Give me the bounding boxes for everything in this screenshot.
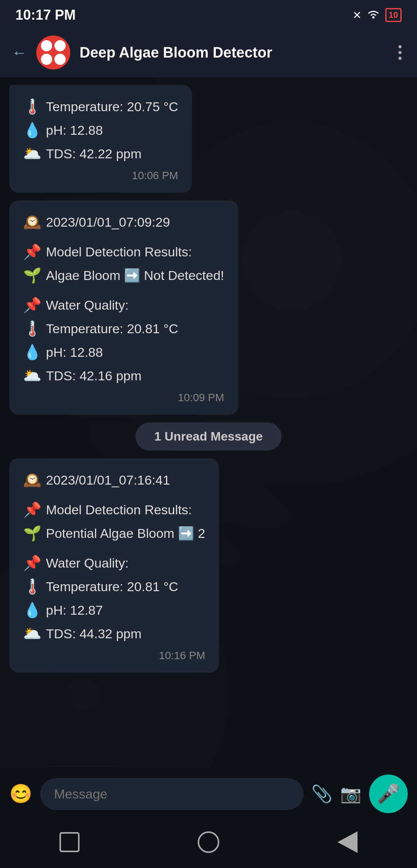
msg2-line-detection: 🌱 Algae Bloom ➡️ Not Detected! [23,264,224,287]
msg3-line-results-label: 📌 Model Detection Results: [23,499,205,521]
nav-square-icon [59,832,80,852]
msg3-tds: TDS: 44.32 ppm [46,624,142,644]
msg2-datetime: 2023/01/01_07:09:29 [46,212,170,232]
msg3-line-ph: 💧 pH: 12.87 [23,599,205,621]
status-bar: 10:17 PM ✕ 10 [0,0,417,28]
msg3-ph: pH: 12.87 [46,600,103,620]
msg2-temp: Temperature: 20.81 °C [46,319,178,339]
msg2-detection: Algae Bloom ➡️ Not Detected! [46,266,224,285]
more-options-button[interactable] [395,41,405,64]
msg2-line-temp: 🌡️ Temperature: 20.81 °C [23,318,224,340]
msg1-line1: 🌡️ Temperature: 20.75 °C [23,96,178,118]
status-icons: ✕ 10 [353,8,402,22]
msg2-line-ph: 💧 pH: 12.88 [23,341,224,363]
cloud-icon-1: 🌥️ [23,143,41,165]
screen: 10:17 PM ✕ 10 ← [0,0,417,868]
input-bar: 😊 📎 📷 🎤 [0,767,417,821]
camera-button[interactable]: 📷 [340,784,361,804]
close-icon: ✕ [353,9,361,22]
msg1-timestamp: 10:06 PM [23,170,178,182]
msg1-ph: pH: 12.88 [46,120,103,140]
more-dot-3 [398,57,402,60]
cloud-icon-3: 🌥️ [23,623,41,645]
attach-button[interactable]: 📎 [311,784,332,804]
nav-back-button[interactable] [334,829,361,856]
spacer-3 [23,493,205,499]
spacer-1 [23,235,224,241]
msg2-line-tds: 🌥️ TDS: 42.16 ppm [23,365,224,387]
msg3-datetime: 2023/01/01_07:16:41 [46,470,170,490]
msg3-line-tds: 🌥️ TDS: 44.32 ppm [23,623,205,645]
msg3-quality-label: Water Quality: [46,553,129,573]
message-bubble-1: 🌡️ Temperature: 20.75 °C 💧 pH: 12.88 🌥️ … [9,85,192,193]
mic-button[interactable]: 🎤 [369,775,408,813]
drop-icon-1: 💧 [23,119,41,141]
emoji-button[interactable]: 😊 [9,783,32,805]
msg2-line-datetime: 🕰️ 2023/01/01_07:09:29 [23,211,224,233]
msg3-line-detection: 🌱 Potential Algae Bloom ➡️ 2 [23,522,205,544]
svg-point-0 [372,16,375,19]
msg3-detection: Potential Algae Bloom ➡️ 2 [46,524,205,543]
message-input[interactable] [40,778,303,810]
unread-badge: 1 Unread Message [136,422,281,451]
msg3-temp: Temperature: 20.81 °C [46,577,178,597]
msg2-tds: TDS: 42.16 ppm [46,366,142,386]
spacer-4 [23,546,205,552]
chat-area: 🌡️ Temperature: 20.75 °C 💧 pH: 12.88 🌥️ … [0,77,417,767]
nav-home-button[interactable] [195,829,222,856]
cloud-icon-2: 🌥️ [23,365,41,387]
clock-icon-2: 🕰️ [23,469,41,491]
seedling-icon-2: 🌱 [23,522,41,544]
avatar-dot-3 [41,54,52,65]
drop-icon-3: 💧 [23,599,41,621]
avatar-dot-1 [41,40,52,51]
pin-icon-2: 📌 [23,294,41,316]
status-time: 10:17 PM [15,7,76,23]
app-title: Deep Algae Bloom Detector [80,44,385,61]
msg3-line-temp: 🌡️ Temperature: 20.81 °C [23,576,205,598]
battery-icon: 10 [385,8,402,22]
spacer-2 [23,288,224,294]
wifi-icon [367,9,380,22]
pin-icon-3: 📌 [23,499,41,521]
nav-bar [0,821,417,868]
drop-icon-2: 💧 [23,341,41,363]
msg2-timestamp: 10:09 PM [23,392,224,404]
message-bubble-2: 🕰️ 2023/01/01_07:09:29 📌 Model Detection… [9,200,238,415]
msg2-quality-label: Water Quality: [46,295,129,315]
clock-icon-1: 🕰️ [23,211,41,233]
app-header: ← Deep Algae Bloom Detector [0,28,417,77]
pin-icon-4: 📌 [23,552,41,574]
thermometer-icon-2: 🌡️ [23,318,41,340]
pin-icon-1: 📌 [23,241,41,263]
msg3-timestamp: 10:16 PM [23,649,205,662]
nav-square-button[interactable] [56,829,83,856]
msg3-results-label: Model Detection Results: [46,500,192,520]
msg2-line-results-label: 📌 Model Detection Results: [23,241,224,263]
back-button[interactable]: ← [12,44,27,61]
mic-icon: 🎤 [377,783,400,805]
msg2-line-quality-label: 📌 Water Quality: [23,294,224,316]
msg3-line-quality-label: 📌 Water Quality: [23,552,205,574]
seedling-icon-1: 🌱 [23,264,41,287]
thermometer-icon-1: 🌡️ [23,96,41,118]
msg1-temp: Temperature: 20.75 °C [46,97,178,117]
msg1-line2: 💧 pH: 12.88 [23,119,178,141]
more-dot-2 [398,51,402,54]
msg1-tds: TDS: 42.22 ppm [46,144,142,164]
avatar-dot-4 [54,54,66,65]
more-dot-1 [398,45,402,48]
msg3-line-datetime: 🕰️ 2023/01/01_07:16:41 [23,469,205,491]
nav-triangle-icon [337,831,358,853]
msg2-results-label: Model Detection Results: [46,242,192,262]
nav-circle-icon [198,831,219,853]
msg1-line3: 🌥️ TDS: 42.22 ppm [23,143,178,165]
msg2-ph: pH: 12.88 [46,342,103,362]
thermometer-icon-3: 🌡️ [23,576,41,598]
avatar-dot-2 [54,40,66,51]
message-bubble-3: 🕰️ 2023/01/01_07:16:41 📌 Model Detection… [9,458,219,673]
app-avatar [36,36,70,70]
avatar-inner [41,40,66,65]
